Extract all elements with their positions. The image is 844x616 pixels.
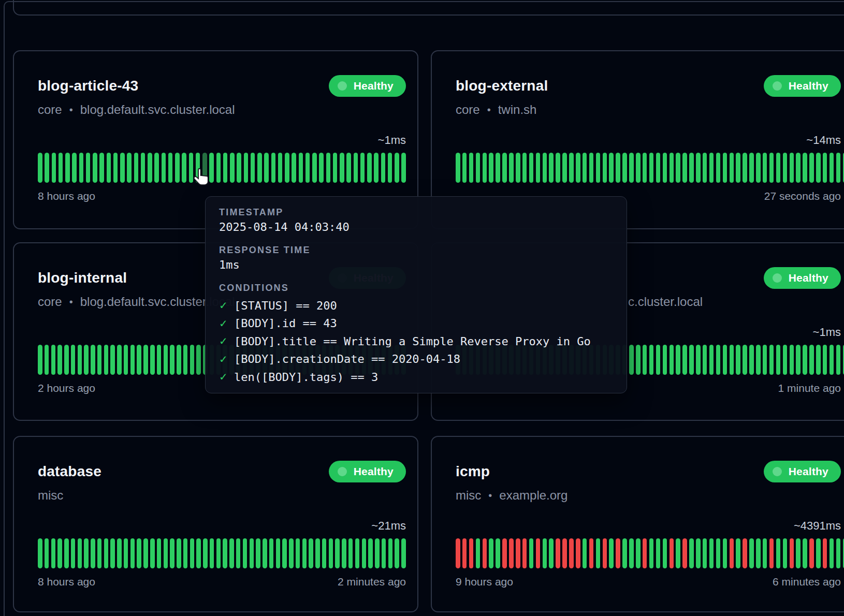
uptime-bar[interactable] [709,345,714,375]
uptime-bar[interactable] [342,538,346,568]
uptime-bar[interactable] [157,538,162,568]
uptime-bar[interactable] [251,153,255,183]
uptime-bar[interactable] [309,538,313,568]
uptime-bar[interactable] [382,538,386,568]
uptime-bar[interactable] [589,538,594,568]
uptime-bar[interactable] [790,345,794,375]
uptime-bar[interactable] [676,538,680,568]
uptime-bar[interactable] [97,538,102,568]
uptime-bar[interactable] [223,538,227,568]
uptime-bar[interactable] [509,538,514,568]
uptime-bar[interactable] [263,538,267,568]
uptime-bar[interactable] [401,538,406,568]
uptime-bar[interactable] [756,153,761,183]
uptime-bar[interactable] [190,345,195,375]
uptime-bar[interactable] [489,538,493,568]
uptime-bar[interactable] [154,153,159,183]
uptime-bar[interactable] [749,538,754,568]
uptime-bar[interactable] [388,153,392,183]
uptime-bar[interactable] [395,153,399,183]
uptime-bar[interactable] [716,345,721,375]
uptime-bar[interactable] [355,538,360,568]
uptime-bar[interactable] [335,538,340,568]
uptime-bar[interactable] [78,345,82,375]
uptime-bar[interactable] [736,345,740,375]
uptime-bar[interactable] [289,538,294,568]
uptime-bar[interactable] [609,153,614,183]
uptime-bar[interactable] [150,538,155,568]
uptime-bar[interactable] [91,345,95,375]
uptime-bar[interactable] [703,153,707,183]
uptime-bar[interactable] [354,153,358,183]
uptime-bar[interactable] [816,345,821,375]
uptime-bar[interactable] [656,538,661,568]
uptime-bar[interactable] [596,153,601,183]
uptime-bar[interactable] [113,153,118,183]
uptime-bar[interactable] [629,153,634,183]
uptime-bar[interactable] [51,345,56,375]
uptime-bar[interactable] [143,538,148,568]
uptime-bar[interactable] [395,538,399,568]
uptime-bar[interactable] [64,345,69,375]
uptime-bar[interactable] [326,153,331,183]
uptime-bar[interactable] [210,538,214,568]
uptime-bar[interactable] [583,153,587,183]
uptime-bar[interactable] [59,153,63,183]
uptime-bar[interactable] [783,538,788,568]
uptime-bar[interactable] [763,345,767,375]
uptime-bar[interactable] [496,538,500,568]
uptime-bar[interactable] [374,153,379,183]
uptime-bar[interactable] [462,153,467,183]
uptime-bar[interactable] [562,538,567,568]
uptime-bar[interactable] [107,153,111,183]
uptime-bar[interactable] [71,538,76,568]
uptime-bar[interactable] [682,153,687,183]
uptime-bar[interactable] [483,538,487,568]
uptime-bar[interactable] [723,345,727,375]
uptime-bar[interactable] [141,153,145,183]
uptime-bar[interactable] [682,538,687,568]
uptime-bar[interactable] [649,153,654,183]
uptime-bar[interactable] [656,345,661,375]
uptime-bar[interactable] [130,538,135,568]
uptime-bar[interactable] [576,153,580,183]
uptime-bar[interactable] [79,153,84,183]
uptime-bar[interactable] [97,345,102,375]
uptime-bar[interactable] [583,538,587,568]
uptime-bar[interactable] [216,538,221,568]
uptime-bar[interactable] [93,153,97,183]
uptime-bar[interactable] [329,538,333,568]
uptime-bar[interactable] [603,538,607,568]
uptime-bar[interactable] [177,345,181,375]
uptime-bar[interactable] [148,153,152,183]
uptime-bar[interactable] [203,538,208,568]
uptime-bar[interactable] [322,538,327,568]
uptime-bar[interactable] [401,153,406,183]
uptime-bar[interactable] [476,538,481,568]
uptime-bar[interactable] [183,538,188,568]
uptime-bar[interactable] [333,153,338,183]
uptime-bar[interactable] [629,345,634,375]
uptime-bar[interactable] [809,153,814,183]
uptime-bar[interactable] [469,153,474,183]
uptime-bar[interactable] [202,153,207,183]
endpoint-card-database[interactable]: database Healthy misc ~21ms 8 hours ago … [13,436,418,612]
uptime-bar[interactable] [509,153,514,183]
uptime-bar[interactable] [175,153,180,183]
uptime-bar[interactable] [730,345,734,375]
uptime-bar[interactable] [367,153,372,183]
uptime-bar[interactable] [556,538,560,568]
uptime-bar[interactable] [164,345,168,375]
uptime-bar[interactable] [763,538,767,568]
uptime-bar[interactable] [110,345,115,375]
uptime-bar[interactable] [45,345,49,375]
uptime-bar[interactable] [164,538,168,568]
uptime-bar[interactable] [117,538,122,568]
uptime-bar[interactable] [636,153,641,183]
uptime-bar[interactable] [456,538,460,568]
uptime-bar[interactable] [743,153,747,183]
uptime-bar[interactable] [65,153,70,183]
uptime-bar[interactable] [803,538,807,568]
uptime-bar[interactable] [703,538,707,568]
uptime-bar[interactable] [529,153,534,183]
